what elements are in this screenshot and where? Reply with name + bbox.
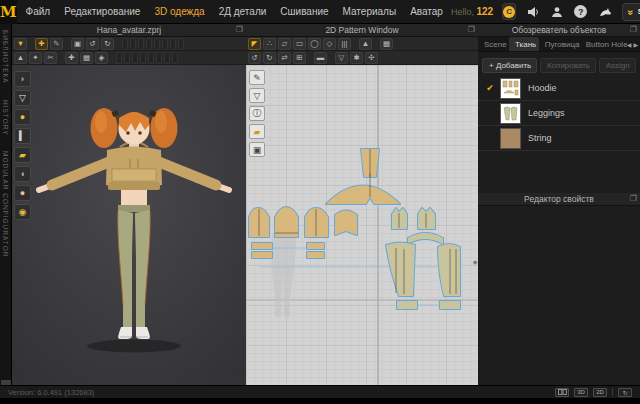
pattern-canvas[interactable]: ✎ ▽ ⓘ ▰ ▣ ◆ bbox=[246, 65, 478, 385]
view-3d-button[interactable]: 3D bbox=[574, 388, 588, 397]
rotate-pattern-tool[interactable]: ↻ bbox=[263, 52, 276, 64]
check-icon[interactable]: ✔ bbox=[482, 83, 498, 93]
pin-tool[interactable]: ✎ bbox=[50, 38, 63, 50]
arrange-tool[interactable]: ⊞ bbox=[293, 52, 306, 64]
tab-scene[interactable]: Scene bbox=[478, 37, 509, 51]
library-garment-button[interactable]: ◗ bbox=[14, 71, 31, 87]
rotate-gizmo-tool[interactable]: ↺ bbox=[86, 38, 99, 50]
menu-materials[interactable]: Материалы bbox=[343, 6, 397, 17]
add-polygon-tool[interactable]: ▱ bbox=[278, 38, 291, 50]
pattern-piece-waistband[interactable] bbox=[408, 233, 443, 244]
pattern-piece-leg-left[interactable] bbox=[386, 243, 415, 297]
library-fabric-button[interactable]: ▰ bbox=[14, 147, 31, 163]
library-tshirt-button[interactable]: ▽ bbox=[14, 90, 31, 106]
tab-buttonhole[interactable]: Button Hole bbox=[580, 37, 627, 51]
fabric-view-button[interactable]: ▰ bbox=[249, 124, 265, 139]
glue-tool[interactable]: ✱ bbox=[350, 52, 363, 64]
credits-button[interactable]: C bbox=[502, 3, 516, 20]
avatar-display-tool[interactable]: ▲ bbox=[14, 52, 27, 64]
pattern-piece-leg-right[interactable] bbox=[438, 244, 460, 296]
grid-tool[interactable]: ▦ bbox=[380, 38, 393, 50]
show-avatar-silhouette-tool[interactable]: ▲ bbox=[359, 38, 372, 50]
assign-button[interactable]: Assign bbox=[599, 58, 636, 73]
pattern-piece-cuff-left[interactable] bbox=[252, 243, 272, 258]
menu-edit[interactable]: Редактирование bbox=[64, 6, 140, 17]
toolbar-slot bbox=[162, 38, 168, 50]
lock-pattern-button[interactable]: ▣ bbox=[249, 142, 265, 157]
menu-3d-garment[interactable]: 3D одежда bbox=[154, 6, 204, 17]
split-view-button[interactable] bbox=[555, 388, 569, 397]
reset-garment-tool[interactable]: ▽ bbox=[335, 52, 348, 64]
community-button[interactable] bbox=[598, 4, 612, 20]
menu-sewing[interactable]: Сшивание bbox=[280, 6, 328, 17]
library-glove-button[interactable]: ◖ bbox=[14, 166, 31, 182]
rail-tab-modular-configurator[interactable]: MODULAR CONFIGURATOR bbox=[2, 151, 9, 257]
viewport-3d[interactable]: ◗ ▽ ● ▍ ▰ ◖ ● ◉ bbox=[12, 65, 246, 385]
pattern-piece-hood-center[interactable] bbox=[361, 149, 379, 177]
add-rectangle-tool[interactable]: ▭ bbox=[293, 38, 306, 50]
pattern-piece-ankle-cuff-right[interactable] bbox=[440, 301, 460, 309]
library-head-button[interactable]: ● bbox=[14, 185, 31, 201]
pattern-piece-leggings-top-front[interactable] bbox=[392, 208, 407, 229]
toolbar-3d-row1: ▼ ✚ ✎ ▣ ↺ ↻ bbox=[12, 37, 246, 51]
edit-pattern-tool[interactable]: ∴ bbox=[263, 38, 276, 50]
scale-gizmo-tool[interactable]: ↻ bbox=[101, 38, 114, 50]
scissors-3d-tool[interactable]: ✂ bbox=[44, 52, 57, 64]
pattern-info-button[interactable]: ⓘ bbox=[249, 106, 265, 121]
list-item-leggings[interactable]: Leggings bbox=[478, 101, 640, 126]
shirt-outline-icon: ▽ bbox=[254, 91, 261, 101]
simulate-button[interactable]: ▼ bbox=[14, 38, 27, 50]
edit-sewing-button[interactable]: ✎ bbox=[249, 70, 265, 85]
pattern-piece-ankle-cuff-left[interactable] bbox=[397, 301, 417, 309]
translate-gizmo-tool[interactable]: ▣ bbox=[71, 38, 84, 50]
pleats-tool[interactable]: ||| bbox=[338, 38, 351, 50]
list-item-hoodie[interactable]: ✔ Hoodie bbox=[478, 76, 640, 101]
help-button[interactable]: ? bbox=[574, 4, 587, 20]
copy-button[interactable]: Копировать bbox=[540, 58, 596, 73]
simulation-mode-button[interactable]: » SIMULATION ▾ bbox=[622, 3, 640, 21]
measure-tool[interactable]: ◈ bbox=[95, 52, 108, 64]
pin-display-tool[interactable]: ▦ bbox=[80, 52, 93, 64]
popout-panel-icon[interactable]: ❐ bbox=[630, 194, 637, 203]
tab-fabric[interactable]: Ткань bbox=[509, 37, 539, 51]
tab-button[interactable]: Пуговица bbox=[539, 37, 580, 51]
toolbar-slot bbox=[122, 38, 128, 50]
popout-panel-icon[interactable]: ❐ bbox=[468, 25, 475, 34]
library-sphere-button[interactable]: ◉ bbox=[14, 204, 31, 220]
list-item-string[interactable]: String bbox=[478, 126, 640, 151]
tab-scroll-right-icon[interactable]: ▶ bbox=[633, 41, 638, 48]
popout-panel-icon[interactable]: ❐ bbox=[630, 25, 637, 34]
rail-tab-library[interactable]: БИБЛИОТЕКА bbox=[2, 30, 9, 84]
stitch-tool[interactable]: ✣ bbox=[365, 52, 378, 64]
pattern-piece-cuff-right[interactable] bbox=[307, 243, 324, 258]
library-trim-button[interactable]: ● bbox=[14, 109, 31, 125]
sound-button[interactable] bbox=[527, 4, 540, 20]
add-circle-tool[interactable]: ◯ bbox=[308, 38, 321, 50]
add-button[interactable]: + Добавить bbox=[482, 58, 537, 73]
pattern-piece-hood-fan[interactable] bbox=[326, 173, 400, 204]
library-avatar-doc-button[interactable]: ▍ bbox=[14, 128, 31, 144]
menu-avatar[interactable]: Аватар bbox=[410, 6, 443, 17]
pattern-piece-bodice-back[interactable] bbox=[305, 208, 328, 237]
menu-file[interactable]: Файл bbox=[26, 6, 51, 17]
tab-scroll-left-icon[interactable]: ◀ bbox=[627, 41, 632, 48]
account-button[interactable] bbox=[551, 4, 563, 20]
unfold-tool[interactable]: ↺ bbox=[248, 52, 261, 64]
pattern-piece-sleeve[interactable] bbox=[335, 211, 357, 236]
flip-pattern-tool[interactable]: ⇄ bbox=[278, 52, 291, 64]
show-garment-button[interactable]: ▽ bbox=[249, 88, 265, 103]
rail-tab-history[interactable]: HISTORY bbox=[2, 100, 9, 136]
dart-tool[interactable]: ◇ bbox=[323, 38, 336, 50]
select-move-tool[interactable]: ✚ bbox=[35, 38, 48, 50]
pattern-piece-bodice-front[interactable] bbox=[275, 207, 298, 237]
pattern-piece-bodice-left[interactable] bbox=[249, 208, 269, 237]
pattern-piece-leggings-top-back[interactable] bbox=[418, 208, 435, 229]
iron-tool[interactable]: ▬ bbox=[314, 52, 327, 64]
sync-button[interactable]: ↻ bbox=[618, 388, 632, 397]
sewing-3d-tool[interactable]: ✚ bbox=[65, 52, 78, 64]
transform-pattern-tool[interactable]: ◤ bbox=[248, 38, 261, 50]
menu-2d-pattern[interactable]: 2Д детали bbox=[219, 6, 267, 17]
popout-panel-icon[interactable]: ❐ bbox=[236, 25, 243, 34]
arrangement-points-tool[interactable]: ✦ bbox=[29, 52, 42, 64]
view-2d-button[interactable]: 2D bbox=[593, 388, 607, 397]
